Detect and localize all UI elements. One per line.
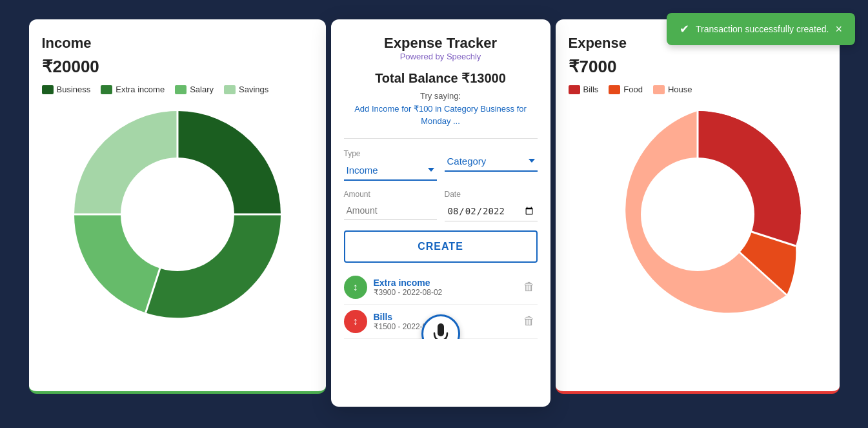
toast-message: Transaction successfully created. <box>696 24 829 34</box>
amount-label: Amount <box>344 190 437 199</box>
svg-rect-0 <box>438 323 444 336</box>
income-donut-chart <box>68 105 287 324</box>
legend-item-food: Food <box>609 85 643 94</box>
form-row-type-category: Type Income Expense Category Business Ex… <box>344 149 538 181</box>
legend-item-bills: Bills <box>569 85 599 94</box>
legend-dot-salary <box>175 85 187 94</box>
mic-button-container <box>421 314 460 339</box>
legend-dot-extra-income <box>101 85 112 94</box>
tracker-subtitle: Powered by Speechly <box>344 52 538 61</box>
legend-item-salary: Salary <box>175 85 214 94</box>
income-donut-container <box>42 105 313 324</box>
expense-donut-container <box>569 105 827 324</box>
legend-item-business: Business <box>42 85 91 94</box>
legend-label-extra-income: Extra income <box>116 85 165 94</box>
main-layout: Income ₹20000 Business Extra income Sala… <box>0 0 868 428</box>
legend-label-bills: Bills <box>583 85 599 94</box>
transaction-item-extra-income: ↕ Extra income ₹3900 - 2022-08-02 🗑 <box>344 270 538 305</box>
date-label: Date <box>445 190 538 199</box>
transaction-list: ↕ Extra income ₹3900 - 2022-08-02 🗑 ↕ Bi… <box>344 270 538 339</box>
try-saying-text: Add Income for ₹100 in Category Business… <box>354 104 527 127</box>
legend-label-house: House <box>668 85 692 94</box>
tx-name-extra-income: Extra income <box>374 278 514 288</box>
expense-donut-hole <box>641 158 754 271</box>
legend-dot-savings <box>224 85 236 94</box>
tx-icon-expense: ↕ <box>344 310 367 333</box>
legend-label-business: Business <box>57 85 91 94</box>
amount-input[interactable] <box>344 201 437 220</box>
legend-item-extra-income: Extra income <box>101 85 165 94</box>
legend-label-salary: Salary <box>190 85 214 94</box>
toast-close-button[interactable]: × <box>835 23 842 35</box>
form-row-amount-date: Amount Date <box>344 190 538 221</box>
form-group-type: Type Income Expense <box>344 149 437 181</box>
try-saying-label: Try saying: <box>420 91 461 101</box>
expense-donut-final <box>588 105 807 324</box>
tx-delete-extra-income[interactable]: 🗑 <box>521 278 538 296</box>
legend-item-house: House <box>653 85 692 94</box>
try-saying: Try saying: Add Income for ₹100 in Categ… <box>344 90 538 128</box>
legend-label-savings: Savings <box>239 85 268 94</box>
legend-item-savings: Savings <box>224 85 268 94</box>
type-label: Type <box>344 149 437 158</box>
microphone-icon <box>432 323 449 339</box>
expense-card: Expense ₹7000 Bills Food House <box>556 19 840 394</box>
date-input[interactable] <box>445 201 538 221</box>
toast-check-icon: ✔ <box>680 22 689 36</box>
form-group-date: Date <box>445 190 538 221</box>
divider <box>344 138 538 139</box>
legend-dot-food <box>609 85 620 94</box>
tracker-balance: Total Balance ₹13000 <box>344 70 538 86</box>
tracker-title: Expense Tracker <box>344 35 538 52</box>
tx-icon-income: ↕ <box>344 276 367 299</box>
income-card: Income ₹20000 Business Extra income Sala… <box>29 19 326 394</box>
mic-button[interactable] <box>421 314 460 339</box>
expense-legend: Bills Food House <box>569 85 827 94</box>
form-group-amount: Amount <box>344 190 437 221</box>
legend-dot-house <box>653 85 665 94</box>
type-select[interactable]: Income Expense <box>344 161 437 181</box>
legend-label-food: Food <box>623 85 643 94</box>
create-button[interactable]: CREATE <box>344 230 538 263</box>
tracker-card: Expense Tracker Powered by Speechly Tota… <box>331 19 550 407</box>
legend-dot-business <box>42 85 54 94</box>
tx-meta-extra-income: ₹3900 - 2022-08-02 <box>374 288 514 297</box>
tx-delete-bills[interactable]: 🗑 <box>521 312 538 331</box>
form-group-category: Category Business Extra income Salary Sa… <box>445 149 538 181</box>
category-select[interactable]: Category Business Extra income Salary Sa… <box>445 152 538 172</box>
expense-amount: ₹7000 <box>569 57 827 77</box>
tx-details-extra-income: Extra income ₹3900 - 2022-08-02 <box>374 278 514 297</box>
income-legend: Business Extra income Salary Savings <box>42 85 313 94</box>
income-amount: ₹20000 <box>42 57 313 77</box>
legend-dot-bills <box>569 85 580 94</box>
income-title: Income <box>42 35 313 52</box>
toast-notification: ✔ Transaction successfully created. × <box>667 13 855 45</box>
